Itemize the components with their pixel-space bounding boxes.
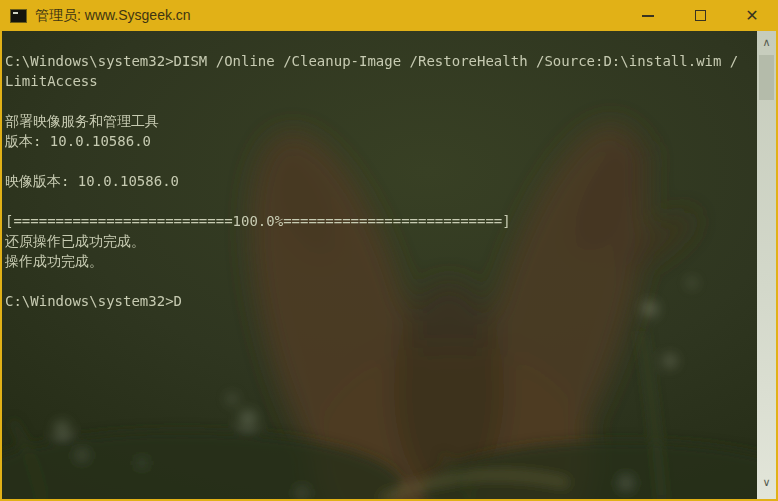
terminal-line: 操作成功完成。 (5, 251, 757, 271)
terminal-line: 版本: 10.0.10586.0 (5, 131, 757, 151)
terminal-line: LimitAccess (5, 71, 757, 91)
terminal-line: [==========================100.0%=======… (5, 211, 757, 231)
prompt-line: C:\Windows\system32>D (5, 291, 757, 311)
terminal-line (5, 91, 757, 111)
terminal-line: 部署映像服务和管理工具 (5, 111, 757, 131)
vertical-scrollbar[interactable]: ∧ ∨ (757, 31, 776, 499)
cmd-window-icon[interactable] (10, 9, 27, 23)
close-icon: ✕ (745, 8, 758, 24)
cmd-admin-window: 管理员: www.Sysgeek.cn ✕ (0, 0, 778, 501)
terminal-line: 还原操作已成功完成。 (5, 231, 757, 251)
minimize-button[interactable] (622, 0, 674, 31)
maximize-button[interactable] (674, 0, 726, 31)
scroll-down-icon[interactable]: ∨ (757, 473, 776, 491)
terminal-line (5, 191, 757, 211)
window-controls: ✕ (622, 0, 778, 31)
terminal-screen[interactable]: C:\Windows\system32>DISM /Online /Cleanu… (2, 31, 776, 499)
minimize-icon (642, 15, 654, 17)
scroll-up-icon[interactable]: ∧ (757, 33, 776, 51)
close-button[interactable]: ✕ (726, 0, 778, 31)
terminal-line: 映像版本: 10.0.10586.0 (5, 171, 757, 191)
window-title: 管理员: www.Sysgeek.cn (35, 7, 191, 25)
terminal-output: C:\Windows\system32>DISM /Online /Cleanu… (2, 31, 757, 311)
terminal-line (5, 271, 757, 291)
terminal-line (5, 151, 757, 171)
scrollbar-thumb[interactable] (759, 55, 774, 100)
window-titlebar[interactable]: 管理员: www.Sysgeek.cn ✕ (0, 0, 778, 31)
terminal-line: C:\Windows\system32>DISM /Online /Cleanu… (5, 51, 757, 71)
maximize-icon (695, 10, 706, 21)
